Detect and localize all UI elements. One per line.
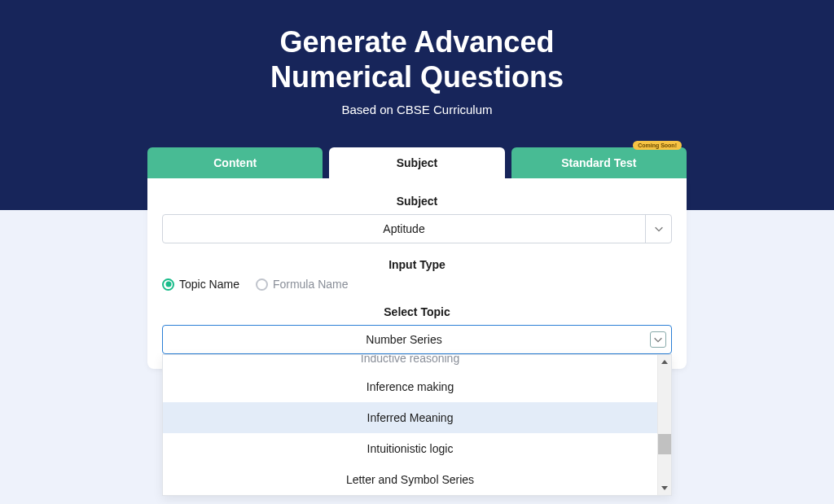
scroll-down-button[interactable]: [658, 481, 671, 495]
tab-standard-test-label: Standard Test: [561, 156, 636, 169]
tab-content-label: Content: [213, 156, 257, 169]
list-item[interactable]: Inductive reasoning: [163, 355, 657, 371]
tab-content[interactable]: Content: [147, 147, 323, 178]
subject-label: Subject: [162, 195, 672, 208]
coming-soon-badge: Coming Soon!: [633, 141, 682, 150]
list-item[interactable]: Letter and Symbol Series: [163, 464, 657, 495]
chevron-down-icon: [652, 334, 664, 345]
arrow-up-icon: [661, 360, 668, 364]
form-container: Content Subject Standard Test Coming Soo…: [147, 147, 687, 369]
input-type-label: Input Type: [162, 258, 672, 271]
radio-icon: [162, 278, 174, 291]
subject-select-indicator: [645, 215, 671, 243]
form-inner: Subject Aptitude Input Type Topic Name: [147, 195, 687, 354]
page-subtitle: Based on CBSE Curriculum: [0, 103, 834, 116]
tab-subject-label: Subject: [397, 156, 438, 169]
topic-dropdown-list: Inductive reasoning Inference making Inf…: [162, 354, 672, 496]
select-topic-indicator: [645, 326, 671, 353]
dropdown-scrollbar[interactable]: [657, 355, 671, 495]
arrow-down-icon: [661, 486, 668, 490]
radio-topic-name[interactable]: Topic Name: [162, 278, 239, 291]
select-topic-value: Number Series: [163, 333, 645, 346]
list-item[interactable]: Inference making: [163, 371, 657, 402]
page-title: Generate Advanced Numerical Questions: [0, 24, 834, 94]
tab-subject[interactable]: Subject: [329, 147, 504, 178]
form-panel: Subject Aptitude Input Type Topic Name: [147, 178, 687, 369]
radio-formula-name[interactable]: Formula Name: [256, 278, 349, 291]
input-type-radios: Topic Name Formula Name: [162, 278, 672, 291]
select-topic[interactable]: Number Series: [162, 325, 672, 354]
hero-banner: Generate Advanced Numerical Questions Ba…: [0, 0, 834, 210]
subject-select-value: Aptitude: [163, 222, 645, 235]
tab-bar: Content Subject Standard Test Coming Soo…: [147, 147, 687, 178]
scroll-track[interactable]: [658, 369, 671, 481]
list-item[interactable]: Intuitionistic logic: [163, 433, 657, 464]
title-line-2: Numerical Questions: [270, 60, 564, 94]
list-item[interactable]: Inferred Meaning: [163, 402, 657, 433]
select-topic-label: Select Topic: [162, 305, 672, 318]
chevron-down-icon: [653, 223, 665, 234]
radio-formula-label: Formula Name: [273, 278, 349, 291]
topic-options: Inductive reasoning Inference making Inf…: [163, 355, 657, 495]
title-line-1: Generate Advanced: [280, 25, 555, 59]
radio-topic-label: Topic Name: [179, 278, 239, 291]
select-topic-wrapper: Number Series Inductive reasoning Infere…: [162, 325, 672, 354]
tab-standard-test[interactable]: Standard Test Coming Soon!: [511, 147, 687, 178]
scroll-up-button[interactable]: [658, 355, 671, 369]
radio-icon: [256, 278, 268, 291]
scroll-thumb[interactable]: [658, 434, 671, 454]
subject-select[interactable]: Aptitude: [162, 214, 672, 243]
